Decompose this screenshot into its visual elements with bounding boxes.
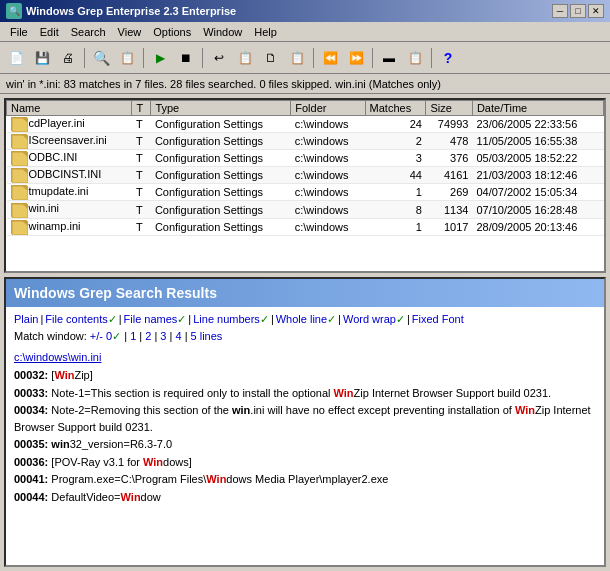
result-line: 00041: Program.exe=C:\Program Files\Wind… (14, 471, 596, 488)
menu-item-view[interactable]: View (112, 24, 148, 40)
cell-name: win.ini (7, 201, 132, 218)
cell-folder: c:\windows (291, 116, 365, 133)
filter-link-line-numbers[interactable]: Line numbers (193, 313, 260, 326)
filter-link-word-wrap[interactable]: Word wrap (343, 313, 396, 326)
prev-button[interactable]: ⏪ (318, 46, 342, 70)
menu-item-help[interactable]: Help (248, 24, 283, 40)
table-row[interactable]: ODBCINST.INI T Configuration Settings c:… (7, 167, 604, 184)
menu-item-edit[interactable]: Edit (34, 24, 65, 40)
col-size[interactable]: Size (426, 101, 472, 116)
table-row[interactable]: winamp.ini T Configuration Settings c:\w… (7, 218, 604, 235)
line-number: 00034: (14, 404, 48, 416)
cell-type: Configuration Settings (151, 184, 291, 201)
cell-size: 1017 (426, 218, 472, 235)
stop-button[interactable]: ⏹ (174, 46, 198, 70)
line-number: 00033: (14, 387, 48, 399)
menu-item-search[interactable]: Search (65, 24, 112, 40)
cell-size: 4161 (426, 167, 472, 184)
match-window-label: Match window: (14, 330, 90, 342)
new2-button[interactable]: 🗋 (259, 46, 283, 70)
clip2-button[interactable]: 📋 (403, 46, 427, 70)
mw-5[interactable]: 5 lines (191, 330, 223, 342)
window-title: Windows Grep Enterprise 2.3 Enterprise (26, 5, 236, 17)
table-row[interactable]: tmupdate.ini T Configuration Settings c:… (7, 184, 604, 201)
minimize2-button[interactable]: ▬ (377, 46, 401, 70)
next-button[interactable]: ⏩ (344, 46, 368, 70)
menu-bar: FileEditSearchViewOptionsWindowHelp (0, 22, 610, 42)
cell-t: T (132, 133, 151, 150)
filter-checkmark: ✓ (260, 313, 269, 326)
filter-sep: | (119, 313, 122, 326)
minimize-button[interactable]: ─ (552, 4, 568, 18)
cell-size: 1134 (426, 201, 472, 218)
filter-link-file-contents[interactable]: File contents (45, 313, 107, 326)
result-line: 00036: [POV-Ray v3.1 for Windows] (14, 454, 596, 471)
paste-button[interactable]: 📋 (233, 46, 257, 70)
cell-type: Configuration Settings (151, 133, 291, 150)
run-button[interactable]: ▶ (148, 46, 172, 70)
sep6 (431, 48, 432, 68)
table-row[interactable]: IScreensaver.ini T Configuration Setting… (7, 133, 604, 150)
cell-datetime: 28/09/2005 20:13:46 (472, 218, 603, 235)
match-window-line: Match window: +/- 0✓ | 1 | 2 | 3 | 4 | 5… (14, 330, 596, 343)
highlight: Win (143, 456, 163, 468)
result-path[interactable]: c:\windows\win.ini (14, 351, 596, 363)
col-name[interactable]: Name (7, 101, 132, 116)
mw-sep: | (121, 330, 130, 342)
save-button[interactable]: 💾 (30, 46, 54, 70)
filter-link-whole-line[interactable]: Whole line (276, 313, 327, 326)
cell-name: ODBCINST.INI (7, 167, 132, 184)
col-matches[interactable]: Matches (365, 101, 426, 116)
highlight: Win (121, 491, 141, 503)
highlight: win (51, 438, 69, 450)
results-table-container: Name T Type Folder Matches Size Date/Tim… (4, 98, 606, 273)
cell-name: winamp.ini (7, 218, 132, 235)
clip-button[interactable]: 📋 (285, 46, 309, 70)
search-results-panel: Windows Grep Search Results Plain | File… (4, 277, 606, 567)
filter-link-file-names[interactable]: File names (124, 313, 178, 326)
cell-matches: 2 (365, 133, 426, 150)
print-button[interactable]: 🖨 (56, 46, 80, 70)
result-lines: 00032: [WinZip]00033: Note-1=This sectio… (14, 367, 596, 505)
col-folder[interactable]: Folder (291, 101, 365, 116)
sep1 (84, 48, 85, 68)
undo-button[interactable]: ↩ (207, 46, 231, 70)
cell-datetime: 07/10/2005 16:28:48 (472, 201, 603, 218)
copy-button[interactable]: 📋 (115, 46, 139, 70)
cell-t: T (132, 218, 151, 235)
menu-item-options[interactable]: Options (147, 24, 197, 40)
search-button[interactable]: 🔍 (89, 46, 113, 70)
col-type[interactable]: Type (151, 101, 291, 116)
cell-t: T (132, 116, 151, 133)
col-datetime[interactable]: Date/Time (472, 101, 603, 116)
line-number: 00044: (14, 491, 48, 503)
cell-name: cdPlayer.ini (7, 116, 132, 133)
cell-type: Configuration Settings (151, 201, 291, 218)
table-row[interactable]: win.ini T Configuration Settings c:\wind… (7, 201, 604, 218)
menu-item-window[interactable]: Window (197, 24, 248, 40)
sep4 (313, 48, 314, 68)
maximize-button[interactable]: □ (570, 4, 586, 18)
filter-checkmark: ✓ (177, 313, 186, 326)
cell-datetime: 04/07/2002 15:05:34 (472, 184, 603, 201)
cell-name: IScreensaver.ini (7, 133, 132, 150)
filter-link-fixed-font[interactable]: Fixed Font (412, 313, 464, 326)
highlight: Win (206, 473, 226, 485)
result-line: 00034: Note-2=Removing this section of t… (14, 402, 596, 435)
menu-item-file[interactable]: File (4, 24, 34, 40)
col-t[interactable]: T (132, 101, 151, 116)
table-row[interactable]: cdPlayer.ini T Configuration Settings c:… (7, 116, 604, 133)
sep5 (372, 48, 373, 68)
match-offset-link[interactable]: +/- 0 (90, 330, 112, 342)
table-row[interactable]: ODBC.INI T Configuration Settings c:\win… (7, 150, 604, 167)
help-button[interactable]: ? (436, 46, 460, 70)
close-button[interactable]: ✕ (588, 4, 604, 18)
filter-link-plain[interactable]: Plain (14, 313, 38, 326)
result-line: 00033: Note-1=This section is required o… (14, 385, 596, 402)
cell-folder: c:\windows (291, 184, 365, 201)
cell-t: T (132, 184, 151, 201)
cell-type: Configuration Settings (151, 218, 291, 235)
status-text: win' in *.ini: 83 matches in 7 files. 28… (6, 78, 441, 90)
new-button[interactable]: 📄 (4, 46, 28, 70)
sep3 (202, 48, 203, 68)
